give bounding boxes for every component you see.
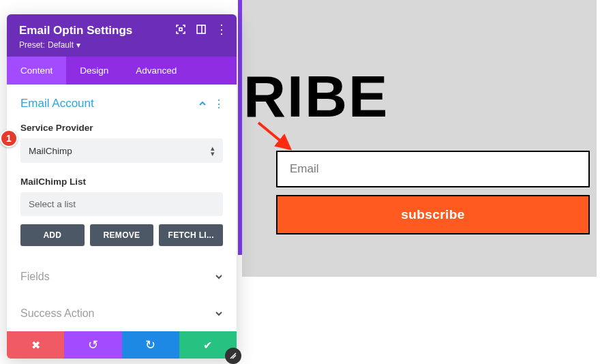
- undo-button[interactable]: ↺: [64, 331, 121, 359]
- preset-selector[interactable]: Preset: Default ▾: [19, 40, 224, 50]
- chevron-down-icon: [215, 273, 223, 281]
- email-input-preview[interactable]: Email: [276, 151, 590, 187]
- subscribe-label: subscribe: [401, 207, 464, 222]
- panel-header: Email Optin Settings Preset: Default ▾ ⋮: [7, 14, 237, 57]
- add-button[interactable]: ADD: [20, 224, 85, 246]
- section-title: Email Account: [20, 97, 94, 110]
- email-placeholder: Email: [290, 162, 319, 176]
- cancel-button[interactable]: ✖: [7, 331, 64, 359]
- preset-value: Default: [48, 40, 74, 50]
- chevron-down-icon: [215, 309, 223, 318]
- more-icon[interactable]: ⋮: [216, 24, 227, 35]
- svg-rect-1: [197, 25, 205, 33]
- preset-prefix: Preset:: [19, 40, 45, 50]
- resize-icon: [229, 352, 237, 360]
- close-icon: ✖: [31, 339, 40, 352]
- settings-panel: Email Optin Settings Preset: Default ▾ ⋮…: [7, 14, 237, 359]
- section-email-account[interactable]: Email Account ⋮: [7, 85, 237, 119]
- mailchimp-list-label: MailChimp List: [20, 177, 223, 187]
- section-more-icon[interactable]: ⋮: [213, 97, 224, 110]
- section-fields[interactable]: Fields: [7, 258, 237, 295]
- resize-handle[interactable]: [225, 348, 241, 364]
- annotation-callout-1: 1: [0, 130, 18, 147]
- fetch-lists-button[interactable]: FETCH LI...: [159, 224, 223, 246]
- remove-button[interactable]: REMOVE: [90, 224, 154, 246]
- section-fields-title: Fields: [20, 271, 50, 283]
- caret-down-icon: ▾: [76, 40, 80, 50]
- focus-icon[interactable]: [175, 24, 186, 35]
- tab-bar: Content Design Advanced: [7, 57, 237, 85]
- chevron-up-icon: [198, 100, 207, 108]
- redo-icon: ↻: [145, 337, 155, 352]
- service-provider-label: Service Provider: [20, 123, 223, 133]
- page-preview: RIBE Email subscribe: [242, 0, 597, 277]
- subscribe-button-preview[interactable]: subscribe: [276, 195, 590, 234]
- panel-footer: ✖ ↺ ↻ ✔: [7, 331, 237, 359]
- section-success-action[interactable]: Success Action: [7, 295, 237, 332]
- mailchimp-list-value: Select a list: [29, 199, 76, 209]
- service-provider-value: MailChimp: [29, 146, 72, 156]
- redo-button[interactable]: ↻: [122, 331, 179, 359]
- section-success-title: Success Action: [20, 307, 95, 320]
- mailchimp-list-select[interactable]: Select a list: [20, 192, 223, 216]
- tab-content[interactable]: Content: [7, 57, 66, 85]
- undo-icon: ↺: [88, 337, 98, 352]
- select-updown-icon: ▴▾: [211, 145, 215, 156]
- tab-design[interactable]: Design: [66, 57, 122, 85]
- service-provider-select[interactable]: MailChimp ▴▾: [20, 138, 223, 163]
- annotation-arrow-icon: [256, 119, 298, 155]
- tab-advanced[interactable]: Advanced: [122, 57, 190, 85]
- svg-rect-0: [179, 28, 182, 31]
- sidebar-toggle-icon[interactable]: [196, 24, 207, 35]
- check-icon: ✔: [203, 339, 212, 352]
